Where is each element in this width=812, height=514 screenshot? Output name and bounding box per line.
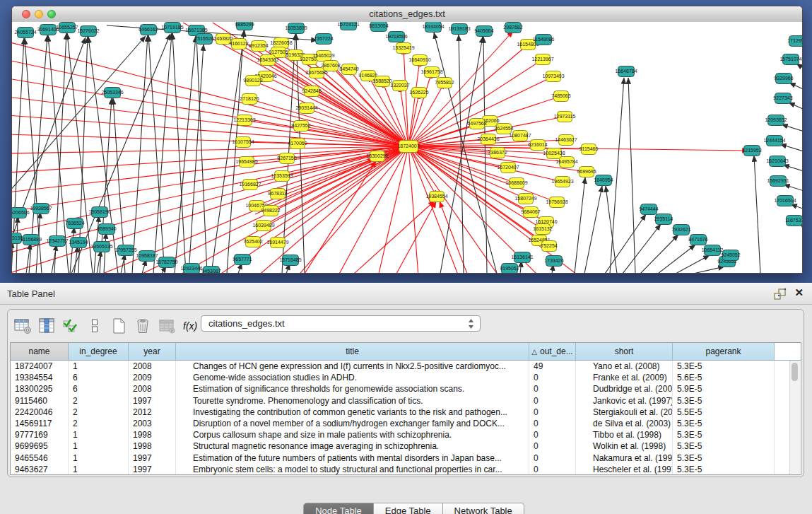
graph-node[interactable]: 16961758: [420, 67, 442, 78]
table-cell[interactable]: 9115460: [11, 395, 69, 407]
graph-node[interactable]: 15692931: [767, 176, 789, 187]
table-cell[interactable]: Jankovic et al. (1997): [576, 395, 673, 407]
graph-node[interactable]: 9498222: [261, 206, 280, 216]
table-row[interactable]: 1938455462009Genome-wide association stu…: [11, 372, 801, 383]
graph-node[interactable]: 9699695: [577, 167, 596, 177]
graph-node[interactable]: 15724121: [337, 22, 359, 30]
graph-node[interactable]: 1588520: [372, 76, 392, 87]
graph-node[interactable]: 16640910: [408, 55, 430, 66]
table-cell[interactable]: 0: [529, 372, 576, 383]
row-selection-icon[interactable]: [84, 316, 105, 336]
graph-node[interactable]: 7515526: [194, 34, 213, 45]
table-cell[interactable]: 14569117: [11, 418, 69, 429]
column-header-out_de[interactable]: △out_de...: [529, 343, 576, 360]
graph-node[interactable]: 8813054: [369, 22, 388, 32]
graph-node[interactable]: 16039489: [252, 221, 274, 231]
table-cell[interactable]: Franke et al. (2009): [576, 372, 673, 383]
table-mode-icon[interactable]: [12, 316, 33, 336]
graph-node[interactable]: 9405664: [474, 26, 493, 37]
graph-node[interactable]: 14463627: [555, 135, 577, 146]
table-cell[interactable]: 5.3E-5: [673, 464, 775, 475]
graph-node[interactable]: 8912354: [249, 41, 268, 52]
graph-node[interactable]: 19938567: [30, 204, 52, 214]
graph-node[interactable]: 15751074: [779, 54, 801, 65]
table-row[interactable]: 1830029562008Estimation of significance …: [11, 383, 801, 395]
graph-node[interactable]: 13325419: [392, 43, 414, 54]
graph-node[interactable]: 16782759: [155, 257, 177, 268]
column-header-name[interactable]: name: [11, 343, 69, 360]
table-cell[interactable]: 5.3E-5: [673, 395, 775, 407]
table-cell[interactable]: 5.9E-5: [673, 383, 775, 395]
graph-node[interactable]: 10688609: [505, 178, 527, 189]
table-cell[interactable]: 2009: [129, 372, 176, 383]
table-cell[interactable]: 0: [529, 464, 576, 475]
table-cell[interactable]: 1997: [129, 464, 176, 475]
table-cell[interactable]: Estimation of significance thresholds fo…: [176, 383, 529, 395]
graph-node[interactable]: 12353593: [271, 171, 293, 182]
graph-node[interactable]: 19756928: [546, 197, 567, 208]
graph-node[interactable]: 10719185: [161, 23, 183, 33]
graph-node[interactable]: 19166827: [239, 180, 261, 190]
graph-node[interactable]: 6466162: [139, 25, 158, 35]
graph-node[interactable]: 10654112: [702, 245, 724, 256]
graph-node[interactable]: 752254: [541, 241, 557, 252]
table-cell[interactable]: Structural magnetic resonance image aver…: [176, 440, 529, 452]
graph-node[interactable]: 7636524: [65, 218, 84, 229]
table-cell[interactable]: Genome-wide association studies in ADHD.: [176, 372, 529, 383]
table-cell[interactable]: 2: [69, 407, 129, 418]
table-cell[interactable]: 0: [529, 407, 576, 418]
graph-node[interactable]: 9160123: [229, 39, 248, 49]
graph-node[interactable]: 17957255: [114, 245, 136, 256]
table-cell[interactable]: 49: [529, 361, 576, 372]
table-cell[interactable]: 1: [69, 440, 129, 452]
graph-node[interactable]: 16053809: [285, 23, 307, 34]
graph-node[interactable]: 10807487: [509, 131, 531, 141]
column-header-year[interactable]: year: [129, 343, 176, 360]
table-cell[interactable]: 0: [529, 383, 576, 395]
tab-edge-table[interactable]: Edge Table: [374, 503, 443, 514]
table-cell[interactable]: Hescheler et al. (1997): [576, 464, 673, 475]
graph-node[interactable]: 16210643: [766, 156, 788, 167]
graph-node[interactable]: 1640954: [594, 175, 613, 186]
graph-node[interactable]: 9329966: [774, 74, 793, 84]
graph-node[interactable]: 19139183: [448, 24, 470, 35]
function-builder-icon[interactable]: f(x): [180, 316, 201, 336]
table-cell[interactable]: 9465546: [11, 452, 69, 464]
table-cell[interactable]: Stergiakouli et al. (2012): [576, 407, 673, 418]
table-scrollbar[interactable]: [789, 361, 800, 474]
table-cell[interactable]: Embryonic stem cells: a model to study s…: [176, 464, 529, 475]
graph-node[interactable]: 7625402: [243, 237, 262, 247]
graph-node[interactable]: 12213967: [531, 54, 553, 65]
graph-node[interactable]: 1733426: [544, 256, 563, 267]
table-cell[interactable]: 0: [529, 395, 576, 407]
graph-node[interactable]: 1345194: [69, 238, 88, 248]
graph-node[interactable]: 9589340: [97, 224, 116, 235]
table-cell[interactable]: 2008: [129, 383, 176, 395]
graph-node[interactable]: 6216014: [528, 140, 547, 151]
table-cell[interactable]: 19384554: [11, 372, 69, 383]
graph-node[interactable]: 12093832: [765, 115, 787, 126]
graph-node[interactable]: 12342757: [46, 236, 68, 247]
graph-node[interactable]: 1615132: [533, 224, 552, 235]
table-row[interactable]: 977716911998Corpus callosum shape and si…: [11, 429, 801, 440]
graph-node[interactable]: 9890123: [243, 76, 262, 86]
table-cell[interactable]: 1: [69, 464, 129, 475]
table-cell[interactable]: 0: [529, 418, 576, 429]
graph-node[interactable]: 8454749: [339, 64, 358, 75]
table-cell[interactable]: 0: [529, 440, 576, 452]
graph-node[interactable]: 2935114: [654, 214, 673, 225]
table-cell[interactable]: Nakamura et al. (1997): [576, 452, 673, 464]
table-cell[interactable]: 2012: [129, 407, 176, 418]
graph-node[interactable]: 16648784: [615, 66, 637, 77]
graph-node[interactable]: 9242848: [302, 86, 321, 97]
table-cell[interactable]: 1998: [129, 429, 176, 440]
graph-node[interactable]: 9195052: [500, 264, 519, 274]
graph-node[interactable]: 19218506: [385, 32, 407, 42]
table-cell[interactable]: 5.3E-5: [673, 418, 775, 429]
table-cell[interactable]: 1: [69, 452, 129, 464]
table-cell[interactable]: 2: [69, 418, 129, 429]
table-cell[interactable]: 1997: [129, 452, 176, 464]
table-cell[interactable]: Changes of HCN gene expression and I(f) …: [176, 361, 529, 372]
table-cell[interactable]: 2: [69, 395, 129, 407]
graph-node[interactable]: 2718126: [240, 94, 259, 105]
